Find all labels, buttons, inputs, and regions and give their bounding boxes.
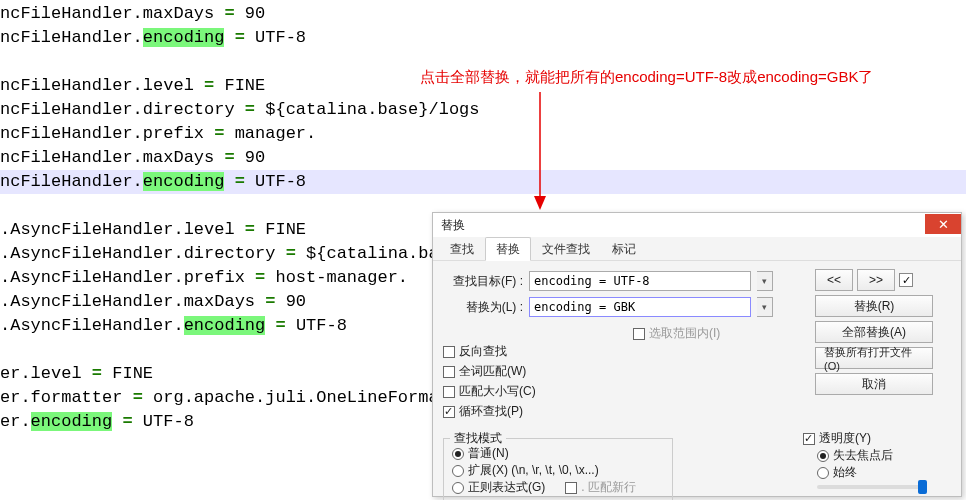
mode-extended-label: 扩展(X) (\n, \r, \t, \0, \x...) — [468, 462, 599, 479]
tab-find-in-files[interactable]: 文件查找 — [531, 237, 601, 260]
replace-dialog: 替换 ✕ 查找 替换 文件查找 标记 查找目标(F) : ▾ 替换为(L) : … — [432, 212, 962, 497]
button-column: << >> 替换(R) 全部替换(A) 替换所有打开文件(O) 取消 — [815, 269, 951, 395]
wholeword-checkbox[interactable] — [443, 366, 455, 378]
dialog-titlebar[interactable]: 替换 ✕ — [433, 213, 961, 237]
mode-regex-label: 正则表达式(G) — [468, 479, 545, 496]
dialog-title: 替换 — [441, 217, 465, 234]
code-line[interactable]: ncFileHandler.encoding = UTF-8 — [0, 170, 966, 194]
wholeword-label: 全词匹配(W) — [459, 363, 526, 380]
highlight-toggle[interactable] — [899, 273, 913, 287]
replace-button[interactable]: 替换(R) — [815, 295, 933, 317]
dialog-tabs: 查找 替换 文件查找 标记 — [433, 237, 961, 261]
transparency-title: 透明度(Y) — [819, 430, 871, 447]
code-line[interactable]: ncFileHandler.maxDays = 90 — [0, 2, 966, 26]
dialog-body: 查找目标(F) : ▾ 替换为(L) : ▾ 选取范围内(I) << >> 替换… — [433, 261, 961, 500]
replace-dropdown-icon[interactable]: ▾ — [757, 297, 773, 317]
match-newline-checkbox — [565, 482, 577, 494]
find-next-button[interactable]: >> — [857, 269, 895, 291]
trans-always-radio[interactable] — [817, 467, 829, 479]
mode-extended-radio[interactable] — [452, 465, 464, 477]
arrow-icon — [530, 92, 550, 212]
replace-all-open-button[interactable]: 替换所有打开文件(O) — [815, 347, 933, 369]
in-selection-label: 选取范围内(I) — [649, 325, 720, 342]
mode-regex-radio[interactable] — [452, 482, 464, 494]
annotation-text: 点击全部替换，就能把所有的encoding=UTF-8改成encoding=GB… — [420, 68, 873, 87]
trans-lose-focus-radio[interactable] — [817, 450, 829, 462]
backward-checkbox[interactable] — [443, 346, 455, 358]
tab-mark[interactable]: 标记 — [601, 237, 647, 260]
replace-label: 替换为(L) : — [443, 299, 523, 316]
code-line[interactable]: ncFileHandler.directory = ${catalina.bas… — [0, 98, 966, 122]
matchcase-checkbox[interactable] — [443, 386, 455, 398]
matchcase-label: 匹配大小写(C) — [459, 383, 536, 400]
cancel-button[interactable]: 取消 — [815, 373, 933, 395]
find-dropdown-icon[interactable]: ▾ — [757, 271, 773, 291]
trans-always-label: 始终 — [833, 464, 857, 481]
search-mode-group: 查找模式 普通(N) 扩展(X) (\n, \r, \t, \0, \x...)… — [443, 438, 673, 500]
find-prev-button[interactable]: << — [815, 269, 853, 291]
close-button[interactable]: ✕ — [925, 214, 961, 234]
svg-marker-1 — [534, 196, 546, 210]
slider-thumb[interactable] — [918, 480, 927, 494]
search-mode-title: 查找模式 — [450, 430, 506, 447]
transparency-slider[interactable] — [817, 485, 927, 489]
close-icon: ✕ — [938, 217, 949, 232]
backward-label: 反向查找 — [459, 343, 507, 360]
find-label: 查找目标(F) : — [443, 273, 523, 290]
in-selection-checkbox — [633, 328, 645, 340]
match-newline-label: . 匹配新行 — [581, 479, 636, 496]
tab-find[interactable]: 查找 — [439, 237, 485, 260]
wrap-checkbox[interactable] — [443, 406, 455, 418]
code-line[interactable]: ncFileHandler.prefix = manager. — [0, 122, 966, 146]
find-input[interactable] — [529, 271, 751, 291]
transparency-checkbox[interactable] — [803, 433, 815, 445]
tab-replace[interactable]: 替换 — [485, 237, 531, 261]
replace-input[interactable] — [529, 297, 751, 317]
code-line[interactable]: ncFileHandler.maxDays = 90 — [0, 146, 966, 170]
mode-normal-label: 普通(N) — [468, 445, 509, 462]
trans-lose-focus-label: 失去焦点后 — [833, 447, 893, 464]
code-line[interactable]: ncFileHandler.encoding = UTF-8 — [0, 26, 966, 50]
wrap-label: 循环查找(P) — [459, 403, 523, 420]
mode-normal-radio[interactable] — [452, 448, 464, 460]
replace-all-button[interactable]: 全部替换(A) — [815, 321, 933, 343]
